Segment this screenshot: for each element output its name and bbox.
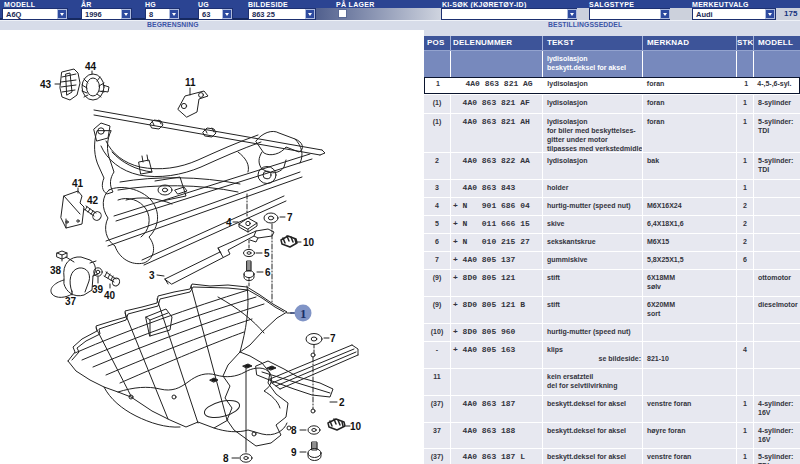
svg-text:6: 6 [265,267,271,278]
svg-text:10: 10 [350,421,362,432]
svg-text:7: 7 [287,212,293,223]
svg-text:8: 8 [291,425,297,436]
svg-text:5: 5 [264,248,270,259]
svg-text:37: 37 [65,296,77,307]
svg-text:9: 9 [291,447,297,458]
svg-text:39: 39 [92,284,104,295]
svg-text:43: 43 [40,79,52,90]
svg-text:11: 11 [185,77,196,88]
svg-text:2: 2 [339,397,345,408]
svg-text:1: 1 [300,306,307,321]
svg-text:38: 38 [50,265,62,276]
svg-text:40: 40 [104,290,116,301]
svg-text:8: 8 [223,453,229,464]
svg-text:7: 7 [330,333,336,344]
svg-text:44: 44 [85,61,97,72]
svg-text:4: 4 [226,217,232,228]
svg-text:42: 42 [87,195,99,206]
svg-text:41: 41 [72,178,84,189]
svg-text:3: 3 [149,270,155,281]
svg-text:10: 10 [303,237,315,248]
